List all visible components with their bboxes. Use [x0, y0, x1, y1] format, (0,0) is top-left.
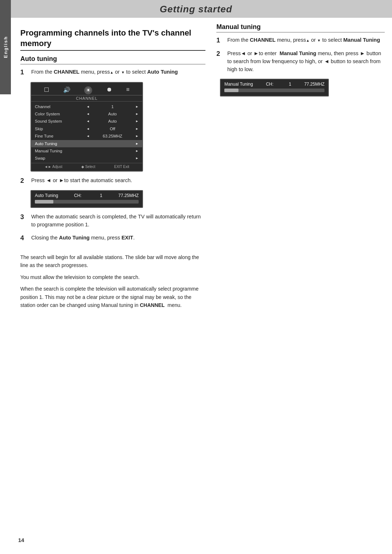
- arrow-up-icon-manual: [306, 37, 310, 43]
- menu-arrow-right-colorsystem: ►: [135, 111, 139, 116]
- step-number-3: 3: [20, 213, 28, 221]
- auto-tuning-step1: 1 From the CHANNEL menu, press or to sel…: [20, 68, 205, 77]
- step-number-1: 1: [20, 68, 28, 77]
- footer-exit: EXIT Exit: [114, 165, 129, 169]
- tv-menu-icon-row: ☐ 🔊 ☀ ⏺ ≡: [31, 85, 142, 95]
- arrow-down-icon-manual: [317, 37, 321, 43]
- auto-tuning-progress-box: Auto Tuning CH: 1 77.25MHZ: [30, 190, 143, 208]
- exit-bold: EXIT: [122, 235, 133, 241]
- two-column-layout: Programming channels into the TV's chann…: [20, 21, 385, 313]
- menu-row-swap: Swap ►: [31, 155, 142, 162]
- progress-bar-track: [35, 200, 139, 204]
- menu-value-soundsystem: Auto: [91, 118, 134, 124]
- step4-text: Closing the Auto Tuning menu, press EXIT…: [31, 234, 205, 242]
- manual-tuning-title: Manual tuning: [216, 23, 385, 33]
- menu-row-label-colorsystem: Color System: [35, 111, 86, 117]
- menu-row-label-swap: Swap: [35, 155, 134, 161]
- menu-arrow-right-autotuning: ►: [135, 141, 139, 146]
- menu-row-label-finetune: Fine Tune: [35, 133, 86, 139]
- menu-arrow-left-finetune: ◄: [86, 134, 90, 139]
- manual-freq: 77.25MHZ: [304, 82, 324, 87]
- tv-menu-screenshot: ☐ 🔊 ☀ ⏺ ≡ CHANNEL Channel ◄ 1 ► Color Sy…: [30, 82, 143, 172]
- menu-value-channel: 1: [91, 103, 134, 110]
- manual-tuning-step2: 2 Press◄ or ►to enter Manual Tuning menu…: [216, 50, 385, 73]
- manual-tuning-bold: Manual Tuning: [343, 37, 380, 43]
- header-banner: Getting started: [0, 0, 392, 18]
- language-tab: English: [0, 0, 11, 94]
- bottom-paragraphs: The search will begin for all available …: [20, 253, 205, 309]
- menu-value-finetune: 63.25MHZ: [91, 133, 134, 139]
- menu-value-skip: Off: [91, 126, 134, 132]
- menu-row-label-autotuning: Auto Tuning: [35, 140, 134, 147]
- menu-row-label-manualtuning: Manual Tuning: [35, 148, 134, 154]
- progress-label: Auto Tuning: [35, 193, 58, 198]
- menu-icon-dot: ⏺: [106, 86, 112, 94]
- menu-arrow-right-finetune: ►: [135, 134, 139, 139]
- progress-ch-value: 1: [100, 193, 102, 198]
- channel-bold-bottom: CHANNEL: [140, 302, 164, 308]
- manual-ch-value: 1: [289, 82, 291, 87]
- menu-arrow-right-channel: ►: [135, 104, 139, 109]
- progress-freq: 77.25MHZ: [118, 193, 139, 198]
- menu-arrow-left-channel: ◄: [86, 104, 90, 109]
- manual-bar-fill: [224, 89, 238, 92]
- menu-arrow-right-skip: ►: [135, 126, 139, 131]
- step-number-2: 2: [20, 177, 28, 185]
- menu-arrow-right-soundsystem: ►: [135, 119, 139, 124]
- auto-tuning-bold: Auto Tuning: [147, 69, 178, 75]
- menu-row-skip: Skip ◄ Off ►: [31, 125, 142, 132]
- menu-row-label-channel: Channel: [35, 103, 86, 110]
- manual-progress-label: Manual Tuning: [224, 82, 253, 87]
- manual-box-info-row: Manual Tuning CH: 1 77.25MHZ: [224, 82, 324, 87]
- menu-arrow-right-swap: ►: [135, 156, 139, 161]
- menu-row-finetune: Fine Tune ◄ 63.25MHZ ►: [31, 132, 142, 140]
- channel-bold-manual: CHANNEL: [250, 37, 275, 43]
- menu-row-manualtuning: Manual Tuning ►: [31, 147, 142, 155]
- manual-tuning-bold-2: Manual Tuning: [279, 50, 316, 56]
- manual-tuning-progress-box: Manual Tuning CH: 1 77.25MHZ: [220, 79, 329, 97]
- menu-row-label-soundsystem: Sound System: [35, 118, 86, 124]
- tv-menu-footer: ◄► Adjust ◆ Select EXIT Exit: [31, 163, 142, 169]
- page-number: 14: [18, 537, 24, 543]
- footer-adjust: ◄► Adjust: [44, 165, 62, 169]
- menu-icon-picture-active: ☀: [84, 86, 92, 94]
- menu-arrow-left-colorsystem: ◄: [86, 111, 90, 116]
- menu-icon-tv: ☐: [44, 86, 49, 94]
- footer-select: ◆ Select: [81, 165, 95, 169]
- step-number-4: 4: [20, 234, 28, 242]
- menu-value-colorsystem: Auto: [91, 111, 134, 117]
- menu-row-soundsystem: Sound System ◄ Auto ►: [31, 118, 142, 125]
- auto-tuning-step4: 4 Closing the Auto Tuning menu, press EX…: [20, 234, 205, 242]
- auto-tuning-bold-2: Auto Tuning: [59, 235, 90, 241]
- left-column: Programming channels into the TV's chann…: [20, 21, 205, 313]
- manual-step1-text: From the CHANNEL menu, press or to selec…: [227, 36, 385, 44]
- menu-icon-lines: ≡: [126, 86, 129, 94]
- menu-row-colorsystem: Color System ◄ Auto ►: [31, 110, 142, 118]
- arrow-up-icon: [110, 69, 114, 75]
- bottom-para-3: When the search is complete the televisi…: [20, 285, 205, 309]
- main-section-title: Programming channels into the TV's chann…: [20, 28, 205, 51]
- manual-step-number-2: 2: [216, 50, 224, 58]
- menu-icon-sound: 🔊: [63, 86, 70, 94]
- progress-ch-label: CH:: [74, 193, 84, 198]
- arrow-down-icon: [121, 69, 125, 75]
- manual-step2-text: Press◄ or ►to enter Manual Tuning menu, …: [227, 50, 385, 73]
- step3-text: When the automatic search is completed, …: [31, 213, 205, 229]
- channel-menu-label: CHANNEL: [31, 96, 142, 102]
- progress-bar-fill: [35, 200, 53, 204]
- auto-tuning-step3: 3 When the automatic search is completed…: [20, 213, 205, 229]
- main-content: Programming channels into the TV's chann…: [13, 21, 392, 327]
- menu-row-label-skip: Skip: [35, 126, 86, 132]
- menu-arrow-left-skip: ◄: [86, 126, 90, 131]
- step1-text: From the CHANNEL menu, press or to selec…: [31, 68, 205, 76]
- bottom-para-1: The search will begin for all available …: [20, 253, 205, 270]
- menu-row-autotuning: Auto Tuning ►: [31, 140, 142, 147]
- step2-text: Press ◄ or ►to start the automatic searc…: [31, 177, 205, 185]
- manual-tuning-step1: 1 From the CHANNEL menu, press or to sel…: [216, 36, 385, 45]
- manual-ch-label: CH:: [266, 82, 276, 87]
- page-title: Getting started: [160, 4, 232, 15]
- right-column: Manual tuning 1 From the CHANNEL menu, p…: [216, 21, 385, 313]
- auto-tuning-title: Auto tuning: [20, 55, 205, 65]
- channel-bold-1: CHANNEL: [54, 69, 79, 75]
- auto-tuning-step2: 2 Press ◄ or ►to start the automatic sea…: [20, 177, 205, 185]
